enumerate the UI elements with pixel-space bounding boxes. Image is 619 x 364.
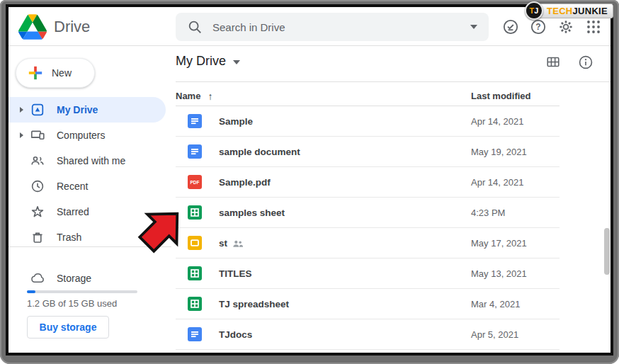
drive-logo[interactable]: Drive [18,12,90,42]
sidebar-item-storage[interactable]: Storage [8,266,166,291]
vertical-scrollbar-thumb[interactable] [604,228,610,275]
file-name: st [219,238,227,249]
toolbar-divider [176,81,611,82]
help-icon[interactable]: ? [530,18,547,35]
expand-arrow-icon[interactable] [16,107,27,113]
search-icon [187,19,203,35]
file-last-modified: Apr 5, 2021 [471,329,518,340]
file-type-icon [188,144,202,159]
annotation-arrow [135,203,188,256]
file-last-modified: Apr 14, 2021 [471,116,523,127]
file-row[interactable]: TJ spreadsheet Mar 4, 2021 [176,289,560,319]
storage-usage-text: 1.2 GB of 15 GB used [27,298,117,309]
sidebar-item-icon [30,154,45,168]
file-name: TITLES [219,268,252,279]
sidebar-item-my-drive[interactable]: My Drive [8,97,166,123]
file-row[interactable]: samples sheet 4:23 PM [176,198,560,228]
sidebar-item-shared-with-me[interactable]: Shared with me [8,148,166,174]
file-row[interactable]: st May 17, 2021 [176,228,560,258]
file-name: Sample.pdf [219,177,271,188]
sort-ascending-icon[interactable]: ↑ [208,91,212,102]
apps-grid-icon[interactable] [585,18,602,35]
sidebar-item-recent[interactable]: Recent [8,174,166,199]
file-row[interactable]: sample document May 19, 2021 [176,137,560,167]
screenshot-frame: Drive Search in Drive ? [0,0,619,364]
expand-arrow-icon[interactable] [16,132,27,138]
storage-meter [27,290,137,293]
sidebar: New My Drive Computers Shared with me Re… [8,46,171,353]
file-name: Sample [219,116,253,127]
drive-logo-label: Drive [54,18,90,36]
file-last-modified: May 17, 2021 [471,238,527,249]
search-bar[interactable]: Search in Drive [176,13,489,41]
sidebar-item-icon [30,128,45,142]
drive-triangle-icon [18,14,47,40]
column-header-name[interactable]: Name [176,91,200,101]
file-name: TJdocs [219,329,252,340]
sidebar-item-label: My Drive [57,104,98,115]
new-button-label: New [52,67,72,79]
column-header-last-modified[interactable]: Last modified [471,91,531,101]
list-header: Name ↑ Last modified [176,86,560,106]
file-last-modified: 4:23 PM [471,207,505,218]
file-row[interactable]: PDF Sample.pdf Apr 14, 2021 [176,167,560,198]
google-plus-icon [28,65,43,81]
file-row[interactable]: Sample Apr 14, 2021 [176,106,560,137]
sidebar-item-label: Shared with me [57,155,125,166]
file-type-icon [188,266,202,280]
sidebar-item-computers[interactable]: Computers [8,123,166,148]
sidebar-item-icon [30,230,45,244]
sidebar-item-label: Storage [57,273,91,284]
breadcrumb-caret-icon[interactable] [233,60,240,64]
file-last-modified: Mar 4, 2021 [471,299,520,309]
file-name: TJ spreadsheet [219,299,289,309]
file-last-modified: Apr 14, 2021 [471,177,523,188]
drive-window: Drive Search in Drive ? [6,4,613,356]
settings-gear-icon[interactable] [557,18,574,35]
grid-view-icon[interactable] [545,55,562,72]
file-type-icon [188,205,202,220]
file-type-icon: PDF [188,175,202,189]
techjunkie-logo-icon: TJ [525,1,543,20]
file-name: sample document [219,147,300,157]
file-name: samples sheet [219,207,285,218]
sidebar-item-label: Trash [57,232,81,243]
file-row[interactable]: TJdocs Apr 5, 2021 [176,319,560,350]
sidebar-item-icon [30,103,45,117]
storage-meter-fill [27,290,35,293]
page-title: My Drive [176,54,226,69]
offline-check-icon[interactable] [502,18,519,35]
sidebar-item-label: Computers [57,130,105,141]
file-type-icon [188,114,202,128]
info-icon[interactable] [578,55,595,72]
file-type-icon [188,297,202,311]
buy-storage-button[interactable]: Buy storage [27,316,109,339]
techjunkie-watermark: TJ TECHJUNKIE [525,1,613,20]
search-options-caret-icon[interactable] [470,25,477,29]
search-input[interactable]: Search in Drive [212,21,470,33]
file-type-icon [188,327,202,341]
svg-text:?: ? [535,22,540,32]
shared-people-icon [232,238,244,248]
svg-text:PDF: PDF [191,180,200,185]
sidebar-item-icon [30,179,45,193]
file-type-icon [188,236,202,250]
sidebar-item-label: Starred [57,206,89,217]
app-bar: Drive Search in Drive ? [8,7,611,46]
sidebar-item-label: Recent [57,181,88,192]
breadcrumb-my-drive[interactable]: My Drive [176,54,240,69]
sidebar-item-icon [30,205,45,219]
file-last-modified: May 19, 2021 [471,147,527,157]
file-row[interactable]: TITLES May 13, 2021 [176,258,560,289]
techjunkie-wordmark: TECHJUNKIE [534,4,613,18]
new-button[interactable]: New [16,58,95,88]
file-last-modified: May 13, 2021 [471,268,527,279]
cloud-icon [30,271,45,285]
